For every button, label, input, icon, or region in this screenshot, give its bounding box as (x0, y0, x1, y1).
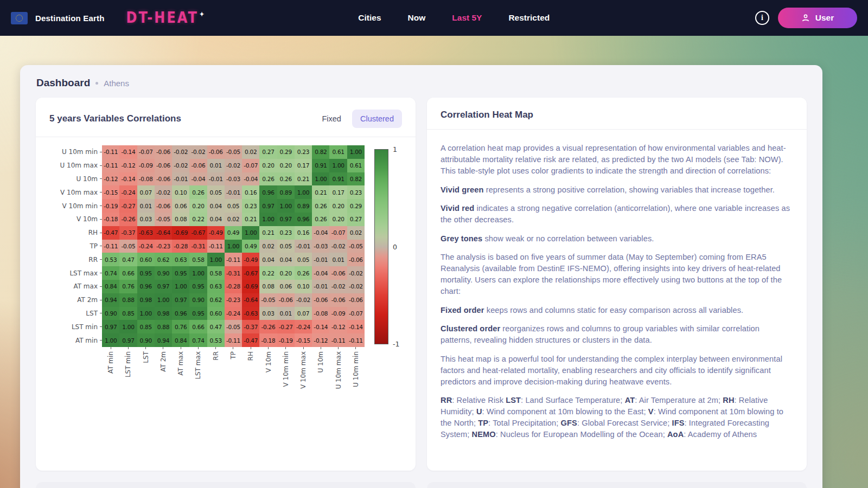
heatmap-cell: -0.05 (155, 213, 172, 226)
heatmap-row-label: V 10m max (36, 185, 102, 199)
heatmap-cell: 0.29 (277, 145, 295, 159)
heatmap-cell: -0.01 (207, 172, 225, 186)
heatmap-cell: -0.67 (242, 266, 259, 280)
heatmap-cell: 0.97 (119, 333, 137, 347)
heatmap-column-label: RR (207, 351, 225, 400)
heatmap-cell: -0.31 (225, 266, 242, 280)
heatmap-cell: -0.01 (312, 280, 329, 293)
heatmap-row-labels: U 10m minU 10m maxU 10mV 10m maxV 10m mi… (36, 145, 102, 347)
heatmap-cell: 0.62 (207, 293, 225, 307)
heatmap-cell: 0.01 (277, 307, 295, 320)
heatmap-cell: -0.18 (102, 213, 119, 226)
heatmap-cell: -0.12 (102, 172, 119, 186)
correlations-title: 5 years Variables Correlations (49, 113, 181, 124)
heatmap-cell: 1.00 (259, 213, 277, 226)
heatmap-column-label: U 10m (312, 351, 329, 400)
heatmap-cell: 0.84 (172, 333, 189, 347)
heatmap-cell: 0.23 (295, 145, 312, 159)
nav-item-last-5y[interactable]: Last 5Y (452, 13, 482, 23)
heatmap-cell: 0.62 (155, 253, 172, 266)
dt-heat-logo: DT-HEAT✦ (126, 9, 206, 27)
heatmap-row-label: LST min (36, 320, 102, 333)
heatmap-cell: 0.01 (137, 199, 155, 213)
person-icon (801, 14, 810, 22)
heatmap-row-label: V 10m min (36, 199, 102, 213)
heatmap-cell: -0.05 (225, 320, 242, 333)
heatmap-cell: 1.00 (102, 333, 119, 347)
heatmap-cell: -0.26 (259, 320, 277, 333)
heatmap-row-label: V 10m (36, 213, 102, 226)
heatmap-cell: 0.90 (102, 307, 119, 320)
heatmap-cell: -0.06 (329, 293, 347, 307)
heatmap-cell: 0.07 (137, 185, 155, 199)
heatmap-column-label: U 10m min (347, 351, 365, 400)
fixed-order-button[interactable]: Fixed (314, 110, 348, 128)
heatmap-cell: -0.06 (155, 159, 172, 172)
heatmap-cell: 0.22 (259, 266, 277, 280)
heatmap-cell: -0.06 (207, 145, 225, 159)
description-paragraph: Fixed order keeps rows and columns stati… (441, 305, 790, 316)
heatmap-cell: -0.23 (225, 293, 242, 307)
nav-item-cities[interactable]: Cities (358, 13, 381, 23)
heatmap-cell: 0.96 (259, 185, 277, 199)
heatmap-cell: 0.95 (172, 266, 189, 280)
heatmap-cell: 0.22 (189, 213, 207, 226)
heatmap-column-label: AT min (102, 351, 119, 400)
heatmap-cell: 0.95 (189, 280, 207, 293)
heatmap-colorbar (374, 149, 388, 344)
description-title: Correlation Heat Map (441, 110, 533, 120)
heatmap-cell: 0.06 (172, 199, 189, 213)
correlation-heatmap: U 10m minU 10m maxU 10mV 10m maxV 10m mi… (36, 130, 416, 471)
heatmap-cells: -0.11-0.14-0.07-0.06-0.02-0.02-0.06-0.05… (102, 145, 365, 347)
heatmap-cell: -0.08 (137, 172, 155, 186)
heatmap-cell: 0.98 (155, 307, 172, 320)
breadcrumb-city: Athens (104, 79, 129, 88)
nav-item-now[interactable]: Now (408, 13, 426, 23)
heatmap-cell: 0.97 (155, 280, 172, 293)
heatmap-cell: -0.12 (329, 320, 347, 333)
heatmap-cell: 0.16 (295, 226, 312, 240)
heatmap-cell: -0.63 (137, 226, 155, 240)
heatmap-cell: -0.11 (225, 333, 242, 347)
breadcrumb-dashboard[interactable]: Dashboard (36, 77, 90, 89)
clustered-order-button[interactable]: Clustered (352, 110, 402, 128)
heatmap-cell: 0.82 (312, 145, 329, 159)
heatmap-cell: 0.10 (295, 280, 312, 293)
heatmap-cell: -0.37 (242, 320, 259, 333)
heatmap-row-label: TP (36, 240, 102, 253)
heatmap-column-label: LST max (189, 351, 207, 400)
correlations-card: 5 years Variables Correlations Fixed Clu… (36, 98, 416, 471)
nav-item-restricted[interactable]: Restricted (508, 13, 550, 23)
description-paragraph: Vivid green represents a strong positive… (441, 184, 790, 196)
heatmap-cell: 0.01 (207, 159, 225, 172)
heatmap-cell: 0.90 (155, 266, 172, 280)
heatmap-cell: -0.04 (312, 266, 329, 280)
heatmap-cell: -0.05 (225, 145, 242, 159)
heatmap-cell: -0.11 (207, 240, 225, 253)
heatmap-cell: 0.03 (259, 307, 277, 320)
brand-group: Destination Earth DT-HEAT✦ (11, 10, 206, 25)
nav-right: i User (755, 8, 857, 28)
heatmap-cell: 0.58 (207, 266, 225, 280)
heatmap-cell: 1.00 (225, 240, 242, 253)
heatmap-cell: -0.28 (225, 280, 242, 293)
heatmap-cell: -0.06 (329, 266, 347, 280)
heatmap-cell: 0.05 (207, 185, 225, 199)
heatmap-cell: 0.04 (207, 199, 225, 213)
heatmap-column-label: LST (137, 351, 155, 400)
heatmap-cell: 0.26 (312, 199, 329, 213)
user-button[interactable]: User (778, 8, 857, 28)
heatmap-cell: -0.03 (312, 240, 329, 253)
heatmap-cell: -0.11 (347, 333, 365, 347)
heatmap-cell: -0.09 (329, 307, 347, 320)
heatmap-cell: -0.07 (329, 226, 347, 240)
heatmap-cell: -0.14 (119, 145, 137, 159)
info-icon[interactable]: i (755, 11, 769, 25)
heatmap-cell: -0.19 (277, 333, 295, 347)
heatmap-cell: 0.04 (277, 253, 295, 266)
heatmap-cell: 0.21 (312, 185, 329, 199)
heatmap-cell: 0.04 (207, 213, 225, 226)
heatmap-cell: 0.94 (155, 333, 172, 347)
heatmap-cell: -0.07 (347, 307, 365, 320)
heatmap-cell: 1.00 (347, 145, 365, 159)
